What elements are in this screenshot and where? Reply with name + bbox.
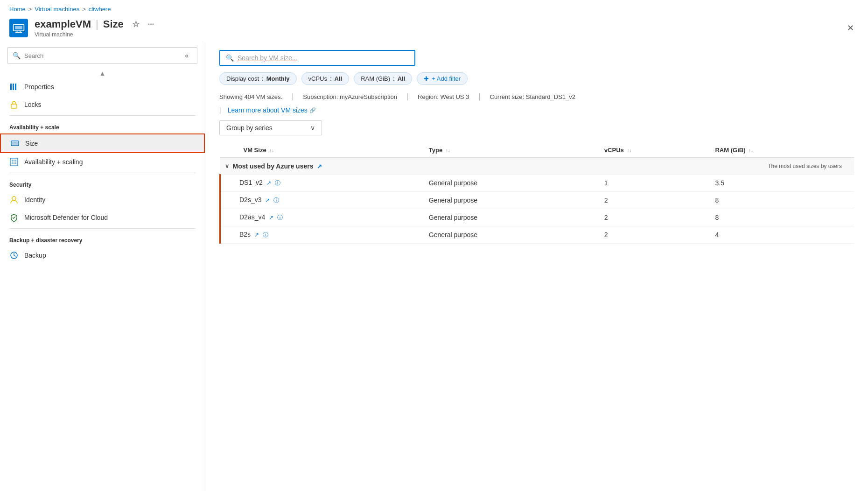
sidebar: 🔍 « ▲ Properties Locks — [0, 42, 205, 491]
identity-icon — [9, 195, 19, 204]
svg-rect-8 — [11, 104, 17, 108]
filter-row: Display cost : Monthly vCPUs : All RAM (… — [219, 72, 854, 85]
table-row[interactable]: D2s_v3 ↗ ⓘ General purpose 2 8 — [220, 192, 854, 209]
nav-identity-label: Identity — [24, 196, 45, 203]
ram-d2sv3: 8 — [710, 192, 854, 209]
svg-rect-13 — [14, 160, 16, 161]
close-button[interactable]: ✕ — [847, 23, 854, 33]
nav-item-properties[interactable]: Properties — [0, 78, 205, 96]
trend-group-icon: ↗ — [317, 163, 322, 170]
nav-divider-3 — [9, 228, 196, 229]
vcpus-value: All — [335, 75, 343, 82]
breadcrumb-sep2: > — [82, 6, 86, 13]
backup-icon — [9, 251, 19, 260]
svg-rect-12 — [12, 160, 14, 161]
groupby-dropdown[interactable]: Group by series ∨ — [219, 120, 322, 135]
table-row[interactable]: B2s ↗ ⓘ General purpose 2 4 — [220, 226, 854, 244]
vm-subtitle: Virtual machine — [35, 31, 154, 38]
type-b2s: General purpose — [424, 226, 600, 244]
groupby-label: Group by series — [226, 124, 273, 132]
col-type[interactable]: Type ↑↓ — [424, 143, 600, 158]
vm-table: VM Size ↑↓ Type ↑↓ vCPUs ↑↓ RAM (GiB) ↑↓ — [219, 143, 854, 244]
trend-icon-d2sv3: ↗ — [265, 197, 270, 203]
vm-search-box[interactable]: 🔍 — [219, 50, 415, 66]
star-icon[interactable]: ☆ — [132, 19, 140, 29]
sidebar-search-input[interactable] — [24, 52, 177, 59]
nav-item-locks[interactable]: Locks — [0, 96, 205, 113]
col-vcpus[interactable]: vCPUs ↑↓ — [600, 143, 711, 158]
vm-size-d2sv3: D2s_v3 — [239, 196, 261, 203]
content-area: 🔍 Display cost : Monthly vCPUs : All RAM… — [205, 42, 868, 491]
info-icon-d2sv3[interactable]: ⓘ — [273, 197, 279, 203]
nav-item-size[interactable]: Size — [0, 133, 205, 153]
search-icon: 🔍 — [13, 52, 21, 59]
info-icon-b2s[interactable]: ⓘ — [263, 231, 268, 238]
vcpus-filter[interactable]: vCPUs : All — [301, 72, 350, 85]
breadcrumb-sep1: > — [28, 6, 32, 13]
nav-locks-label: Locks — [24, 101, 42, 108]
sidebar-search-area: 🔍 « — [0, 42, 205, 69]
breadcrumb-current[interactable]: cliwhere — [89, 6, 111, 13]
vcpus-d2sv3: 2 — [600, 192, 711, 209]
breadcrumb-virtual-machines[interactable]: Virtual machines — [35, 6, 79, 13]
ram-b2s: 4 — [710, 226, 854, 244]
type-ds1v2: General purpose — [424, 175, 600, 192]
svg-point-16 — [12, 196, 16, 200]
svg-rect-1 — [15, 26, 22, 29]
groupby-row: Group by series ∨ — [219, 120, 854, 135]
info-icon-ds1v2[interactable]: ⓘ — [275, 180, 280, 186]
svg-rect-7 — [15, 84, 16, 90]
display-cost-filter[interactable]: Display cost : Monthly — [219, 72, 297, 85]
table-body: ∨ Most used by Azure users ↗ The most us… — [220, 158, 854, 244]
section-availability-scale: Availability + scale — [0, 118, 205, 133]
current-size-info: Current size: Standard_DS1_v2 — [490, 93, 576, 100]
vcpus-b2s: 2 — [600, 226, 711, 244]
add-filter-button[interactable]: ✚ + Add filter — [417, 72, 468, 85]
ellipsis-icon[interactable]: ··· — [148, 20, 154, 28]
size-icon — [10, 139, 20, 148]
nav-item-defender[interactable]: Microsoft Defender for Cloud — [0, 209, 205, 226]
locks-icon — [9, 100, 19, 109]
table-row[interactable]: DS1_v2 ↗ ⓘ General purpose 1 3.5 — [220, 175, 854, 192]
nav-backup-label: Backup — [24, 252, 46, 259]
breadcrumb-home[interactable]: Home — [9, 6, 26, 13]
nav-item-identity[interactable]: Identity — [0, 191, 205, 209]
nav-availability-scaling-label: Availability + scaling — [24, 158, 83, 166]
col-vm-size[interactable]: VM Size ↑↓ — [220, 143, 424, 158]
learn-more-link[interactable]: Learn more about VM sizes 🔗 — [228, 106, 316, 114]
display-cost-value: Monthly — [266, 75, 290, 82]
display-cost-label: Display cost — [226, 75, 259, 82]
group-expand-icon[interactable]: ∨ — [225, 163, 229, 169]
sort-vm-size-icon: ↑↓ — [269, 148, 274, 153]
vm-search-row: 🔍 — [219, 50, 854, 66]
ram-value: All — [398, 75, 406, 82]
info-bar: Showing 404 VM sizes. | Subscription: my… — [219, 92, 854, 101]
sidebar-collapse-button[interactable]: « — [181, 50, 192, 61]
trend-icon-d2asv4: ↗ — [269, 214, 273, 221]
sort-type-icon: ↑↓ — [446, 148, 450, 153]
sidebar-search-box[interactable]: 🔍 « — [7, 47, 197, 64]
svg-rect-14 — [12, 162, 14, 164]
nav-item-backup[interactable]: Backup — [0, 246, 205, 264]
vm-search-input[interactable] — [238, 54, 409, 62]
ram-filter[interactable]: RAM (GiB) : All — [354, 72, 412, 85]
sidebar-nav: Properties Locks Availability + scale Si… — [0, 78, 205, 491]
type-d2sv3: General purpose — [424, 192, 600, 209]
vm-size-d2asv4: D2as_v4 — [239, 213, 265, 221]
svg-rect-6 — [13, 84, 14, 90]
group-note: The most used sizes by users — [768, 163, 842, 169]
page-name: Size — [103, 18, 124, 30]
scroll-up-indicator: ▲ — [0, 69, 205, 78]
defender-icon — [9, 213, 19, 222]
svg-rect-15 — [14, 162, 16, 164]
region-info: Region: West US 3 — [418, 93, 469, 100]
nav-item-availability-scaling[interactable]: Availability + scaling — [0, 153, 205, 171]
ram-label: RAM (GiB) — [361, 75, 390, 82]
vm-size-b2s: B2s — [239, 231, 251, 238]
col-ram[interactable]: RAM (GiB) ↑↓ — [710, 143, 854, 158]
table-row[interactable]: D2as_v4 ↗ ⓘ General purpose 2 8 — [220, 209, 854, 226]
group-label: Most used by Azure users — [233, 162, 314, 170]
nav-divider-2 — [9, 173, 196, 173]
info-icon-d2asv4[interactable]: ⓘ — [277, 214, 283, 221]
section-security: Security — [0, 175, 205, 191]
